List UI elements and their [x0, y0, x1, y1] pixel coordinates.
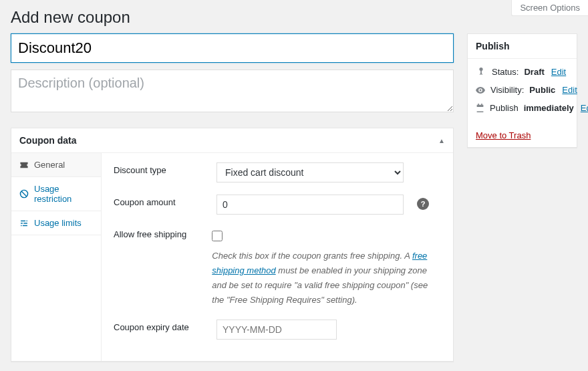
discount-type-select[interactable]: Fixed cart discount: [216, 162, 404, 182]
help-icon[interactable]: ?: [417, 198, 429, 210]
eye-icon: [476, 87, 485, 94]
visibility-label: Visibility:: [490, 85, 524, 95]
status-value: Draft: [524, 67, 544, 77]
pin-icon: [476, 68, 486, 77]
calendar-icon: [476, 104, 484, 112]
coupon-amount-input[interactable]: [216, 195, 404, 215]
free-shipping-label: Allow free shipping: [114, 227, 202, 239]
discount-type-label: Discount type: [114, 162, 207, 175]
publish-value: immediately: [524, 103, 574, 113]
free-shipping-checkbox[interactable]: [212, 231, 223, 241]
publish-metabox: Publish Status: Draft Edit: [467, 33, 577, 148]
coupon-amount-label: Coupon amount: [114, 195, 207, 207]
tab-label: Usage restriction: [34, 184, 93, 204]
coupon-code-input[interactable]: [11, 33, 454, 63]
ban-icon: [19, 189, 29, 199]
visibility-value: Public: [529, 85, 555, 95]
status-edit-link[interactable]: Edit: [551, 67, 566, 77]
page-title: Add new coupon: [11, 0, 577, 33]
coupon-description-textarea[interactable]: [11, 70, 454, 112]
expiry-date-input[interactable]: [216, 320, 337, 340]
general-panel: Discount type Fixed cart discount Coupon…: [102, 153, 453, 361]
tab-label: General: [34, 160, 65, 170]
status-label: Status:: [492, 67, 519, 77]
collapse-icon[interactable]: ▲: [438, 137, 445, 144]
tab-general[interactable]: General: [11, 153, 101, 177]
tab-usage-restriction[interactable]: Usage restriction: [11, 177, 101, 211]
sliders-icon: [19, 219, 29, 228]
coupon-data-metabox: Coupon data ▲ General: [11, 128, 454, 362]
visibility-edit-link[interactable]: Edit: [562, 85, 577, 95]
free-shipping-help: Check this box if the coupon grants free…: [212, 249, 441, 307]
tab-label: Usage limits: [34, 218, 82, 228]
screen-options-toggle[interactable]: Screen Options: [511, 0, 588, 16]
publish-box-title: Publish: [468, 34, 577, 59]
expiry-date-label: Coupon expiry date: [114, 320, 207, 332]
coupon-data-title: Coupon data: [19, 135, 77, 146]
tab-usage-limits[interactable]: Usage limits: [11, 211, 101, 235]
ticket-icon: [19, 161, 29, 169]
publish-edit-link[interactable]: Edit: [581, 103, 588, 113]
move-to-trash-link[interactable]: Move to Trash: [468, 124, 539, 147]
publish-label: Publish: [490, 103, 519, 113]
